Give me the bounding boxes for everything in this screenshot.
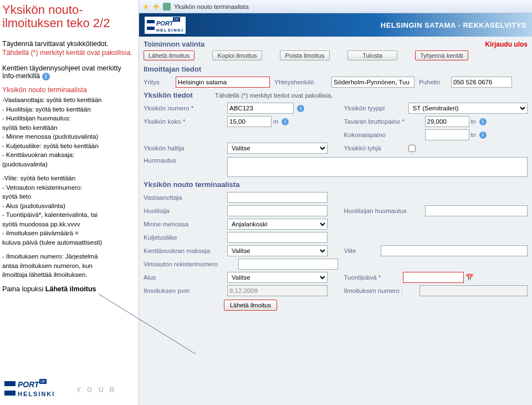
app-header: PORTOFHELSINKI HELSINGIN SATAMA - REKKAS… — [139, 13, 532, 37]
recipient-label: Vastaanottaja — [144, 194, 224, 201]
unit-size-label: Yksikön koko * — [144, 118, 224, 125]
bullet-line: - Kuljetusliike: syötä tieto kenttään — [2, 142, 134, 151]
delete-button[interactable]: Poista ilmoitus — [280, 50, 330, 60]
section-nouto: Yksikön nouto terminaalista — [144, 180, 528, 189]
app-pane: ★ ✚ Yksikön nouto terminaalista PORTOFHE… — [139, 0, 532, 405]
bullet-line: antaa ilmoituksen numeron, kun — [2, 262, 134, 271]
instructions-pane: Yksikön nouto-ilmoituksen teko 2/2 Täyde… — [0, 0, 139, 405]
header-logo: PORTOFHELSINKI — [145, 17, 186, 34]
section-label: Yksikön nouto terminaalista — [2, 86, 134, 94]
unit-tn2: tn — [471, 131, 476, 138]
bullet-line: syötä tieto kenttään — [2, 124, 134, 133]
bullet-line: - Kenttävuokran maksaja: — [2, 151, 134, 160]
info-icon[interactable]: i — [479, 131, 487, 139]
mandatory-hint: Tähdellä (*) merkityt tiedot ovat pakoll… — [215, 92, 333, 99]
ship-select[interactable]: Valitse — [227, 272, 328, 283]
reference-input[interactable] — [381, 245, 528, 256]
vehicle-reg-input[interactable] — [238, 259, 338, 270]
import-date-label: Tuontipäivä * — [344, 274, 400, 281]
unit-size-input[interactable] — [227, 116, 272, 127]
browser-tab-title[interactable]: Yksikön nouto terminaalista — [174, 3, 249, 10]
destination-select[interactable]: Anjalankoski — [227, 219, 328, 230]
contact-input[interactable] — [331, 77, 415, 88]
reference-label: Viite — [344, 247, 377, 254]
bullet-line: ilmoittaja lähettää ilmoituksen. — [2, 271, 134, 280]
note-textarea[interactable] — [227, 157, 528, 177]
info-hint: Kenttien täydennysohjeet ovat merkitty I… — [2, 64, 134, 80]
action-button-row: Lähetä ilmoitus Kopioi ilmoitus Poista i… — [144, 50, 528, 60]
unit-holder-label: Yksikön haltija — [144, 145, 224, 151]
info-icon: i — [42, 73, 50, 80]
forwarder-note-input[interactable] — [425, 205, 528, 216]
footer-logo: PORTOF HELSINKI — [4, 379, 55, 397]
company-label: Yritys — [144, 79, 171, 85]
carrier-input[interactable] — [227, 232, 328, 243]
clear-button[interactable]: Tyhjennä kentät — [415, 50, 468, 60]
unit-m: m — [273, 118, 278, 125]
info-icon[interactable]: i — [479, 118, 487, 125]
calendar-icon[interactable]: 📅 — [466, 274, 473, 281]
unit-empty-label: Yksikkö tyhjä — [344, 145, 405, 151]
vehicle-reg-label: Vetoauton rekisterinumero — [144, 261, 235, 267]
send-button[interactable]: Lähetä ilmoitus — [144, 50, 195, 60]
copy-button[interactable]: Kopioi ilmoitus — [212, 50, 262, 60]
bullet-line: - Huolitsija: syötä tieto kenttään — [2, 105, 134, 114]
flag-icon — [147, 20, 155, 30]
bullet-list-3: - Ilmoituksen numero: Järjestelmä antaa … — [2, 252, 134, 280]
forwarder-input[interactable] — [227, 205, 328, 216]
bullet-line: - Minne menossa (pudotusvalinta) — [2, 133, 134, 141]
import-date-input[interactable] — [403, 272, 464, 283]
bullet-line: -Viite: syötä tieto kenttään — [2, 174, 134, 183]
logout-link[interactable]: Kirjaudu ulos — [485, 40, 528, 48]
unit-type-select[interactable]: ST (Semitraileri) — [408, 103, 528, 114]
forwarder-label: Huolitsija — [144, 207, 224, 214]
unit-number-input[interactable] — [227, 103, 294, 114]
phone-label: Puhelin — [419, 79, 447, 85]
rent-payer-select[interactable]: Valitse — [227, 245, 328, 256]
gross-weight-input[interactable] — [425, 116, 469, 127]
info-icon[interactable]: i — [297, 105, 304, 112]
msg-number-label: Ilmoituksen numero : — [344, 287, 416, 294]
browser-tab-bar: ★ ✚ Yksikön nouto terminaalista — [139, 0, 532, 13]
flag-icon — [4, 381, 16, 396]
info-icon[interactable]: i — [282, 118, 289, 125]
forwarder-note-label: Huolitsijan huomautus — [344, 207, 422, 214]
company-input[interactable] — [176, 77, 270, 88]
bullet-line: syötä tieto — [2, 193, 134, 201]
bullet-line: - Vetoauton rekisterinumero: — [2, 184, 134, 193]
intro-text: Täydennä tarvittavat yksikkötiedot. — [2, 40, 134, 48]
bullet-line: - Ilmoituksen numero: Järjestelmä — [2, 252, 134, 261]
ship-label: Alus — [144, 274, 224, 281]
note-label: Huomautus — [144, 157, 224, 164]
favorites-icon[interactable]: ★ — [142, 2, 150, 11]
unit-type-label: Yksikön tyyppi — [344, 105, 405, 112]
total-weight-label: Kokonaispaino — [344, 131, 422, 138]
msg-date-label: Ilmoituksen pvm — [144, 287, 224, 294]
unit-holder-select[interactable]: Valitse — [227, 143, 328, 154]
bullet-list-1: -Vastaanottaja: syötä tieto kenttään- Hu… — [2, 96, 134, 169]
recipient-input[interactable] — [227, 192, 328, 203]
submit-button[interactable]: Lähetä ilmoitus — [224, 300, 277, 311]
final-instruction: Paina lopuksi Lähetä ilmoitus — [2, 285, 134, 293]
bullet-line: kuluva päivä (tulee automaattisesti) — [2, 239, 134, 247]
gross-weight-label: Tavaran bruttopaino * — [344, 118, 422, 125]
bullet-line: - Huolitsijan huomautus: — [2, 114, 134, 123]
phone-input[interactable] — [451, 77, 512, 88]
rent-payer-label: Kenttävuokran maksaja — [144, 247, 224, 254]
add-favorite-icon[interactable]: ✚ — [153, 2, 160, 11]
mandatory-note: Tähdellä (*) merkityt kentät ovat pakoll… — [2, 49, 134, 57]
unit-empty-checkbox[interactable] — [408, 145, 416, 152]
carrier-label: Kuljetusliike — [144, 234, 224, 241]
print-button[interactable]: Tulosta — [347, 50, 397, 60]
msg-date-input — [227, 285, 328, 296]
unit-number-label: Yksikön numero * — [144, 105, 224, 112]
your-text: Y O U R — [76, 386, 116, 394]
app-title: HELSINGIN SATAMA - REKKASELVITYS — [381, 21, 526, 29]
bullet-line: syötä muodossa pp.kk.vvvv — [2, 220, 134, 229]
total-weight-input[interactable] — [425, 129, 469, 140]
section-ilmoittajan: Ilmoittajan tiedot — [144, 65, 528, 73]
bullet-line: - Tuontipäivä*, kalenterivalinta, tai — [2, 211, 134, 220]
unit-tn: tn — [471, 118, 476, 125]
bullet-line: (pudotusvalinta) — [2, 160, 134, 169]
destination-label: Minne menossa — [144, 221, 224, 227]
